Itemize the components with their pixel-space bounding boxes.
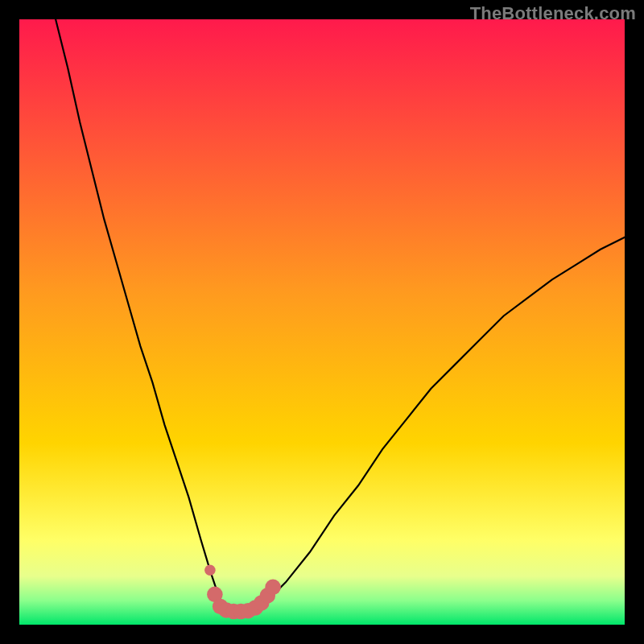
chart-frame — [19, 19, 625, 625]
marker-dot — [265, 580, 281, 596]
watermark-text: TheBottleneck.com — [470, 3, 636, 24]
bottleneck-chart — [19, 19, 625, 625]
marker-dot — [204, 565, 216, 576]
